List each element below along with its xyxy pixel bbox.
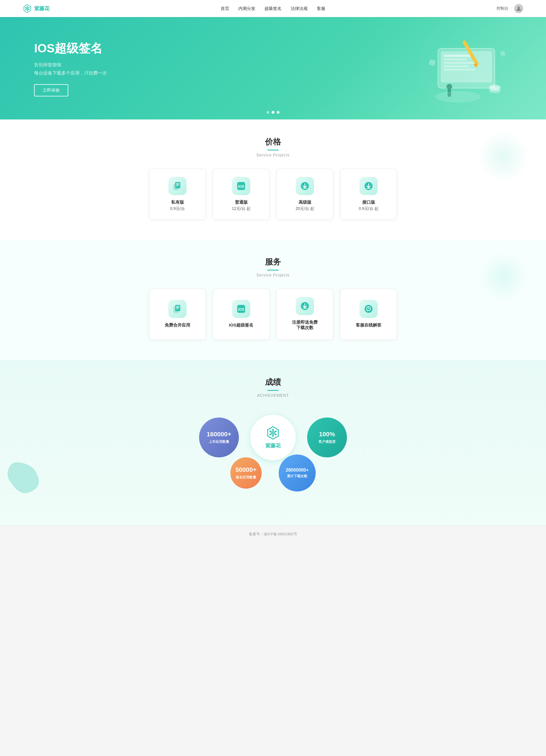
pricing-section: 价格 Service Projects 私有版 0.9元/台 xyxy=(0,119,546,239)
svg-rect-37 xyxy=(367,188,371,189)
svg-point-54 xyxy=(272,435,274,437)
svg-text:iOS: iOS xyxy=(238,307,245,311)
hero-sub2: 每台设备下载多个应用，只扣费一次 xyxy=(34,70,107,76)
achievement-content: 160000+ 上市应用数量 紫藤花 100% 客户满意度 xyxy=(0,409,546,503)
navbar: 紫藤花 首页 内测分发 超吸签名 法律法规 客服 控制台 xyxy=(0,0,546,17)
services-title: 服务 xyxy=(0,257,546,267)
control-panel-link[interactable]: 控制台 xyxy=(497,6,508,11)
svg-rect-29 xyxy=(176,183,179,184)
dot-1[interactable] xyxy=(266,111,269,114)
service-card-register[interactable]: 注册即送免费 下载次数 xyxy=(276,289,333,340)
footer: 备案号：渝ICP备16001962号 xyxy=(0,526,546,542)
svg-rect-41 xyxy=(176,307,179,308)
svg-rect-39 xyxy=(175,305,180,311)
achievement-section: 成绩 ACHIEVEMENT 160000+ 上市应用数量 xyxy=(0,360,546,526)
card-price-standard: 12元/台 起 xyxy=(232,206,250,211)
bubble-apps: 160000+ 上市应用数量 xyxy=(199,418,239,457)
pricing-card-advanced[interactable]: 高级版 20元/台 起 xyxy=(276,169,333,220)
bubble-signs-num: 50000+ xyxy=(235,466,257,474)
bubble-downloads-num: 28000000+ xyxy=(286,467,309,473)
dot-2[interactable] xyxy=(272,111,274,114)
card-name-api: 接口版 xyxy=(362,200,375,205)
bubble-downloads-label: 累计下载次数 xyxy=(287,474,307,479)
card-name-advanced: 高级版 xyxy=(299,200,311,205)
avatar[interactable] xyxy=(514,4,523,13)
pricing-header: 价格 Service Projects xyxy=(0,137,546,157)
pricing-cards-grid: 私有版 0.9元/台 iOS 普通版 12元/台 起 xyxy=(0,169,546,220)
svg-point-6 xyxy=(25,9,26,10)
card-name-private: 私有版 xyxy=(171,200,184,205)
nav-item-beta[interactable]: 内测分发 xyxy=(238,6,255,11)
card-price-advanced: 20元/台 起 xyxy=(295,206,314,211)
svg-rect-42 xyxy=(176,308,178,309)
logo-bubble-icon xyxy=(266,426,280,440)
card-icon-copy xyxy=(168,177,187,195)
svg-point-56 xyxy=(270,430,271,432)
svg-point-4 xyxy=(28,9,30,10)
dot-3[interactable] xyxy=(277,111,280,114)
pricing-sub: Service Projects xyxy=(0,153,546,157)
card-price-private: 0.9元/台 xyxy=(170,206,185,211)
service-name-merge: 免费合并应用 xyxy=(165,323,190,328)
service-card-merge[interactable]: 免费合并应用 xyxy=(149,289,206,340)
achievement-header: 成绩 ACHIEVEMENT xyxy=(0,377,546,398)
svg-point-52 xyxy=(275,430,276,432)
service-icon-chat xyxy=(359,300,378,318)
svg-rect-35 xyxy=(303,188,307,189)
nav-item-home[interactable]: 首页 xyxy=(221,6,229,11)
bubble-satisfaction: 100% 客户满意度 xyxy=(307,418,347,457)
achievement-blob-left xyxy=(6,460,51,497)
svg-point-47 xyxy=(365,305,373,313)
svg-point-7 xyxy=(25,7,26,8)
bubble-downloads: 28000000+ 累计下载次数 xyxy=(279,455,316,491)
hero-cta-button[interactable]: 立即体验 xyxy=(34,84,68,96)
pricing-card-private[interactable]: 私有版 0.9元/台 xyxy=(149,169,206,220)
service-card-ios[interactable]: iOS IOS超级签名 xyxy=(213,289,270,340)
svg-point-2 xyxy=(27,6,28,7)
service-icon-ios: iOS xyxy=(232,300,250,318)
svg-rect-28 xyxy=(175,182,180,188)
achievement-sub: ACHIEVEMENT xyxy=(0,393,546,398)
bubble-signs: 50000+ 签名应用数量 xyxy=(230,457,262,489)
service-name-ios: IOS超级签名 xyxy=(229,323,253,328)
achievement-divider xyxy=(267,390,279,391)
hero-banner: IOS超级签名 告别掉签烦恼 每台设备下载多个应用，只扣费一次 立即体验 xyxy=(0,17,546,119)
svg-point-1 xyxy=(26,7,29,10)
svg-point-51 xyxy=(272,429,274,431)
services-sub: Service Projects xyxy=(0,273,546,277)
nav-item-support[interactable]: 客服 xyxy=(317,6,325,11)
svg-point-5 xyxy=(27,10,28,11)
nav-item-supersign[interactable]: 超吸签名 xyxy=(264,6,282,11)
pricing-title: 价格 xyxy=(0,137,546,147)
svg-point-55 xyxy=(270,433,271,435)
service-name-support: 客服在线解答 xyxy=(356,323,381,328)
svg-point-8 xyxy=(518,7,520,9)
logo-icon xyxy=(23,4,32,13)
nav-item-law[interactable]: 法律法规 xyxy=(291,6,308,11)
card-name-standard: 普通版 xyxy=(235,200,248,205)
bubble-apps-label: 上市应用数量 xyxy=(209,439,229,444)
service-card-support[interactable]: 客服在线解答 xyxy=(340,289,397,340)
svg-rect-31 xyxy=(176,185,178,186)
hero-bg-blob xyxy=(415,17,546,119)
logo-bubble-text: 紫藤花 xyxy=(265,442,281,449)
carousel-dots xyxy=(266,111,280,114)
card-icon-download-api xyxy=(359,177,378,195)
service-name-register: 注册即送免费 下载次数 xyxy=(292,320,318,331)
main-nav: 首页 内测分发 超吸签名 法律法规 客服 xyxy=(221,6,325,11)
logo[interactable]: 紫藤花 xyxy=(23,4,49,13)
logo-bubble: 紫藤花 xyxy=(250,415,296,460)
hero-text: IOS超级签名 告别掉签烦恼 每台设备下载多个应用，只扣费一次 立即体验 xyxy=(34,40,107,96)
service-icon-copy xyxy=(168,300,187,318)
svg-text:iOS: iOS xyxy=(238,184,245,189)
card-price-api: 0.9元/台 起 xyxy=(359,206,378,211)
service-icon-download xyxy=(296,297,314,315)
bubble-apps-num: 160000+ xyxy=(207,431,231,438)
svg-rect-46 xyxy=(303,308,307,309)
pricing-card-api[interactable]: 接口版 0.9元/台 起 xyxy=(340,169,397,220)
pricing-card-standard[interactable]: iOS 普通版 12元/台 起 xyxy=(213,169,270,220)
hero-title: IOS超级签名 xyxy=(34,40,107,56)
services-header: 服务 Service Projects xyxy=(0,257,546,277)
footer-icp: 备案号：渝ICP备16001962号 xyxy=(249,532,297,536)
services-section: 服务 Service Projects 免费合并应用 i xyxy=(0,239,546,360)
